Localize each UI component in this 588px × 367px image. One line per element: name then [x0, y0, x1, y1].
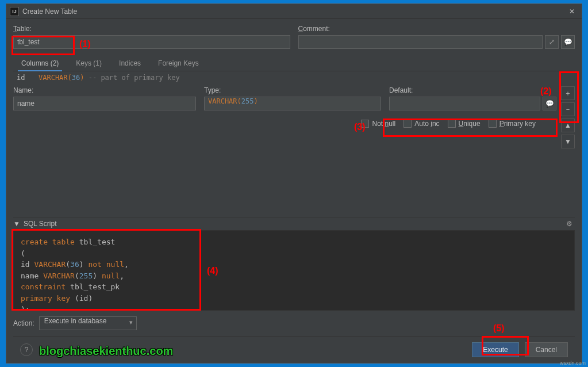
close-icon[interactable]: ✕ [566, 6, 578, 17]
unique-checkbox[interactable]: Unique [448, 120, 481, 128]
sql-script-header: ▼ SQL Script ⚙ [13, 217, 575, 230]
col-id-name: id [17, 74, 34, 82]
comment-input[interactable] [298, 35, 543, 49]
default-comment-icon[interactable]: 💬 [543, 97, 556, 110]
execute-button[interactable]: Execute [472, 342, 518, 357]
type-label: Type: [204, 86, 381, 94]
comment-icon[interactable]: 💬 [561, 35, 575, 49]
column-default-input[interactable] [389, 97, 540, 110]
action-label: Action: [13, 319, 34, 327]
help-button[interactable]: ? [20, 343, 33, 356]
bottom-bar: ? Execute Cancel [13, 336, 575, 363]
move-up-button[interactable]: ▲ [561, 118, 575, 132]
column-type-input[interactable]: VARCHAR(255) [204, 97, 381, 110]
column-preview-row[interactable]: id VARCHAR(36) -- part of primary key [13, 71, 575, 84]
primarykey-checkbox[interactable]: Primary key [489, 120, 536, 128]
sql-preview[interactable]: create table tbl_test ( id VARCHAR(36) n… [13, 230, 575, 311]
action-select[interactable]: Execute in database [39, 316, 137, 330]
expand-icon[interactable]: ⤢ [545, 35, 559, 49]
tab-columns[interactable]: Columns (2) [18, 56, 62, 71]
notnull-checkbox[interactable]: Not null [361, 120, 395, 128]
table-name-input[interactable] [13, 35, 290, 49]
add-column-button[interactable]: ＋ [561, 86, 575, 100]
column-name-input[interactable] [13, 97, 196, 110]
table-label: Table: [13, 25, 290, 33]
app-icon: IJ [10, 7, 19, 16]
remove-column-button[interactable]: － [561, 102, 575, 116]
tab-keys[interactable]: Keys (1) [72, 56, 105, 71]
create-table-dialog: IJ Create New Table ✕ Table: Comment: ⤢ … [6, 3, 582, 364]
tab-foreign-keys[interactable]: Foreign Keys [155, 56, 202, 71]
titlebar: IJ Create New Table ✕ [6, 4, 582, 19]
tab-indices[interactable]: Indices [116, 56, 144, 71]
gear-icon[interactable]: ⚙ [566, 220, 575, 228]
column-flags: Not null Auto inc Unique Primary key [13, 120, 536, 128]
tabs: Columns (2) Keys (1) Indices Foreign Key… [13, 56, 575, 71]
action-row: Action: Execute in database [13, 316, 575, 330]
cancel-button[interactable]: Cancel [525, 342, 568, 357]
column-side-buttons: ＋ － ▲ ▼ [561, 86, 575, 151]
default-label: Default: [389, 86, 556, 94]
col-id-type-kw: VARCHAR( [39, 74, 72, 82]
col-id-type-num: 36 [72, 74, 80, 82]
autoinc-checkbox[interactable]: Auto inc [403, 120, 439, 128]
sql-script-toggle[interactable]: ▼ [13, 220, 20, 228]
move-down-button[interactable]: ▼ [561, 135, 575, 148]
col-id-note: -- part of primary key [84, 74, 179, 82]
sql-script-label: SQL Script [24, 220, 57, 228]
content: Table: Comment: ⤢ 💬 Columns (2) Keys (1)… [6, 19, 582, 363]
comment-label: Comment: [298, 25, 575, 33]
window-title: Create New Table [22, 7, 566, 16]
name-label: Name: [13, 86, 196, 94]
